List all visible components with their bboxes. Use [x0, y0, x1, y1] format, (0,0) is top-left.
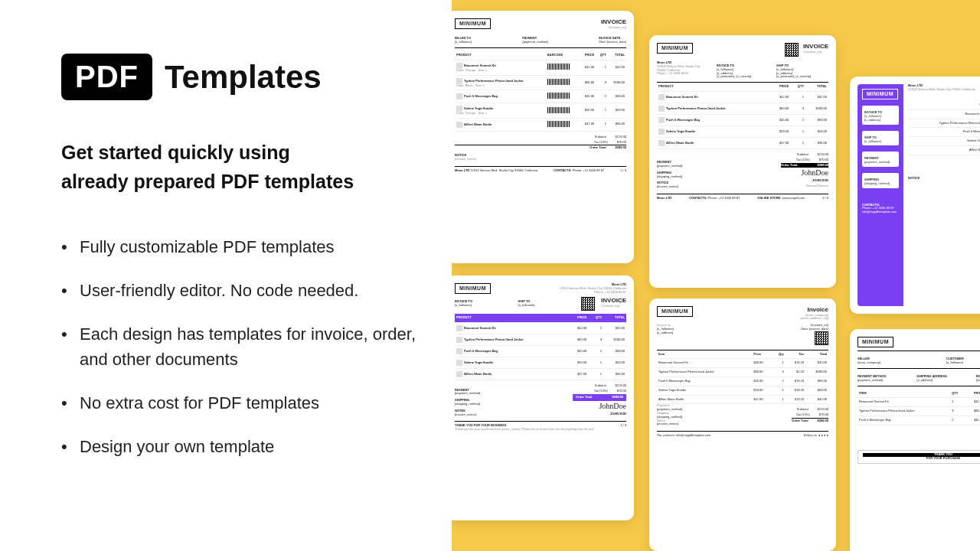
th: Tax — [786, 350, 805, 359]
v: $90.00 — [603, 346, 626, 357]
v: $47.00 — [568, 369, 588, 380]
v: 2 — [588, 346, 603, 357]
line-items-table: PRODUCTPRICEQTYTOTAL Beaumont Summit Kit… — [455, 314, 626, 380]
barcode-icon — [547, 107, 570, 113]
table-row: Push It Messenger Bag$45.002$90.00 — [455, 346, 626, 357]
v: Affirm Water Bottle — [908, 145, 980, 155]
v: 1 — [588, 357, 603, 369]
p-name: Push It Messenger Bag — [464, 94, 498, 98]
table-row: Affirm Water Bottle$47.001$96.00 — [657, 137, 828, 148]
v: Affirm Water Bottle — [657, 395, 752, 404]
v: Push It Messenger Bag — [657, 377, 752, 386]
table-row: Typhon Performance Fleece-lined Jacket3$… — [858, 407, 980, 416]
v: $47.00 — [752, 395, 772, 404]
v: $42.00 — [805, 395, 828, 404]
info-panel: PDF Templates Get started quickly using … — [0, 0, 452, 551]
logo-word: Templates — [165, 59, 322, 96]
v: $50.00 — [603, 357, 626, 369]
pdf-badge: PDF — [61, 54, 152, 100]
table-row: Selene Yoga HoodieColor: Orange · Size: … — [455, 103, 626, 119]
lbl: Subtotal — [595, 384, 606, 388]
table-row: Beaumont Summit Kit$42.001$42.00 — [657, 91, 828, 103]
feature-item: No extra cost for PDF templates — [61, 390, 421, 416]
feature-item: Design your own template — [61, 434, 421, 459]
v: $50.00 — [770, 126, 790, 137]
line-items-table: PRODUCTPRICEQTY Beaumont Summit Kit$42.0… — [908, 101, 980, 155]
v: 1 — [950, 398, 965, 407]
v: Typhon Performance Fleece-lined Jacket — [657, 368, 752, 377]
th: QTY — [596, 51, 608, 60]
template-preview-purple-header: MINIMUM Moon LTD12314 Ventura Blvd, Stud… — [452, 276, 634, 520]
p-meta: Color: Black · Size: L — [456, 84, 544, 88]
p-name: Push It Messenger Bag — [666, 118, 700, 122]
company: Moon LTD — [455, 168, 469, 172]
pagenum: 1 / 3 — [620, 169, 626, 173]
v: 1 — [588, 323, 603, 334]
v: Selene Yoga Hoodie — [657, 386, 752, 395]
table-row: Affirm Water Bottle$47.001$96.00 — [455, 118, 626, 131]
template-preview-barcode-invoice: MINIMUM INVOICE #{invoice_no} BILLED TO{… — [452, 11, 634, 263]
v: $13.20 — [786, 359, 805, 368]
footer: Moon LTD 12314 Ventura Blvd, Studio City… — [455, 166, 626, 173]
ph: {s_fullname} — [455, 41, 472, 44]
signature: JohnDoe — [573, 401, 626, 412]
v: Typhon Performance Fleece-lined Jacket — [858, 407, 950, 416]
qr-icon — [815, 331, 828, 345]
ph: {invoice_notice} — [455, 158, 626, 161]
template-preview-tax-doc: MINIMUM TAX#{invoice_no} SELLER{store_co… — [850, 329, 980, 551]
v: 3 — [773, 368, 786, 377]
v: $50.00 — [805, 386, 828, 395]
p-name: Typhon Performance Fleece-lined Jacket — [464, 79, 524, 83]
lbl: Order Total — [792, 419, 808, 423]
v: Push It Messenger Bag — [858, 416, 950, 425]
th: PRICE — [568, 314, 588, 322]
v: 1 — [790, 91, 805, 103]
v: Typhon Performance Fleece-lined Jacket — [464, 337, 524, 341]
ph: {payment_method} — [455, 392, 481, 396]
p-name: Selene Yoga Hoodie — [666, 129, 695, 133]
totals-block: Subtotal$219.00 Tax (15%)$70.00 Order To… — [792, 407, 828, 426]
sig-name: JOHN DOE — [573, 412, 626, 417]
table-row: Typhon Performance Fleece-lined JacketCo… — [455, 75, 626, 90]
p-total: $42.00 — [608, 60, 626, 75]
v: Beaumont Summit Kit — [858, 398, 950, 407]
th: BARCODE — [546, 51, 580, 60]
table-row: Selene Yoga Hoodie$50.001 — [908, 137, 980, 146]
v: $180.00 — [603, 334, 626, 346]
p-price: $60.00 — [580, 75, 596, 90]
table-row: Affirm Water Bottle$47.001$13.20$42.00 — [657, 395, 828, 404]
brand-logo: MINIMUM — [657, 43, 693, 54]
thank-body: Thank you for your purchase from {store_… — [455, 428, 594, 432]
val: $219.00 — [616, 384, 626, 388]
line-items-table: ITEM QTY PRICE TAX DISCOUNT Beaumont Sum… — [858, 390, 980, 425]
th: QTY — [588, 314, 603, 322]
addr: 12314 Ventura Blvd, Studio City 91604, C… — [908, 88, 975, 92]
p-total: $180.00 — [608, 75, 626, 90]
purple-sidebar: MINIMUM INVOICE TO{s_fullname}{s_address… — [858, 84, 903, 306]
v: Beaumont Summit Kit — [464, 326, 496, 330]
val: $70.00 — [819, 158, 828, 162]
ph: {invoice_notice} — [657, 422, 683, 426]
totals-block: Subtotal$219.00 Tax (15%)$70.00 Order To… — [573, 383, 626, 416]
ph: {invoice_notice} — [976, 379, 980, 383]
v: $13.20 — [786, 386, 805, 395]
barcode-icon — [547, 79, 570, 85]
th: PRODUCT — [908, 101, 980, 109]
email: info@mypdftemplate.com — [862, 210, 899, 214]
thanks-sub: FOR YOUR PURCHASE — [863, 457, 980, 461]
th: PRODUCT — [455, 51, 546, 60]
th: QTY — [790, 83, 805, 92]
val: $289.00 — [818, 419, 828, 423]
ph: {store_address_city} — [801, 317, 828, 321]
v: $1.20 — [786, 368, 805, 377]
line-items-table: PRODUCTBARCODEPRICEQTYTOTAL Beaumont Sum… — [455, 51, 626, 132]
template-preview-purple-sidebar: MINIMUM INVOICE TO{s_fullname}{s_address… — [850, 77, 980, 314]
line-items-table: Item Price Qty Tax Total Beaumont Summit… — [657, 350, 828, 405]
th: Item — [657, 350, 752, 359]
p-qty: 2 — [596, 90, 608, 103]
lbl: Order Total — [576, 396, 592, 399]
v: Selene Yoga Hoodie — [464, 360, 493, 364]
thank-you-box: THANK YOU FOR YOUR PURCHASE — [858, 450, 980, 464]
table-row: Typhon Performance Fleece-lined Jacket$6… — [657, 368, 828, 377]
qr-icon — [785, 43, 799, 57]
